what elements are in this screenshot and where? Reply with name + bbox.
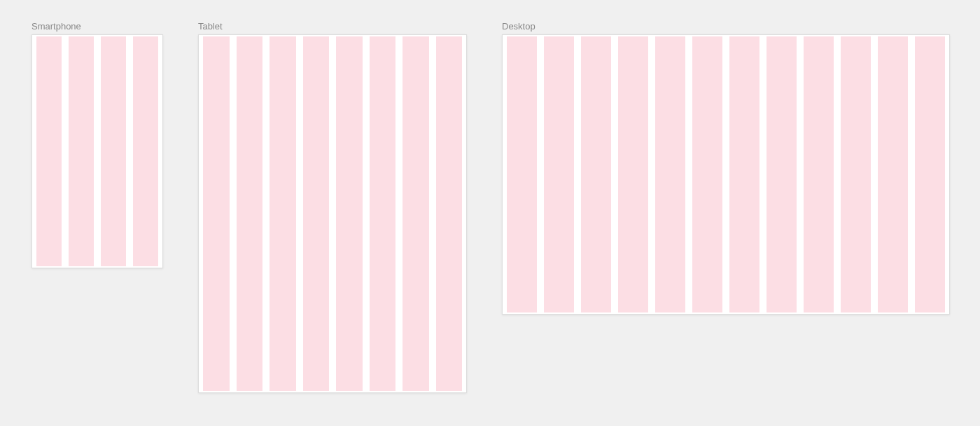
grid-column xyxy=(915,36,945,312)
grid-column xyxy=(841,36,871,312)
device-frame-tablet xyxy=(198,34,467,393)
grid-column xyxy=(36,36,62,266)
device-tablet: Tablet xyxy=(198,21,467,393)
grid-column xyxy=(729,36,760,312)
grid-column xyxy=(618,36,648,312)
device-frame-smartphone xyxy=(31,34,163,268)
grid-column xyxy=(69,36,94,266)
grid-column xyxy=(402,36,429,391)
device-label-tablet: Tablet xyxy=(198,21,467,32)
grid-column xyxy=(804,36,834,312)
device-label-desktop: Desktop xyxy=(502,21,950,32)
grid-column xyxy=(692,36,722,312)
device-label-smartphone: Smartphone xyxy=(31,21,163,32)
grid-column xyxy=(878,36,908,312)
grid-column xyxy=(370,36,396,391)
device-frame-desktop xyxy=(502,34,950,315)
grid-column xyxy=(581,36,611,312)
grid-column xyxy=(203,36,230,391)
device-smartphone: Smartphone xyxy=(31,21,163,268)
grid-column xyxy=(544,36,574,312)
grid-column xyxy=(507,36,537,312)
grid-column xyxy=(655,36,685,312)
device-desktop: Desktop xyxy=(502,21,950,315)
grid-breakpoints-diagram: Smartphone Tablet Desktop xyxy=(31,21,948,393)
grid-column xyxy=(133,36,158,266)
grid-column xyxy=(101,36,126,266)
grid-column xyxy=(237,36,263,391)
grid-column xyxy=(436,36,463,391)
grid-column xyxy=(766,36,797,312)
grid-column xyxy=(336,36,363,391)
grid-column xyxy=(270,36,296,391)
grid-column xyxy=(303,36,330,391)
